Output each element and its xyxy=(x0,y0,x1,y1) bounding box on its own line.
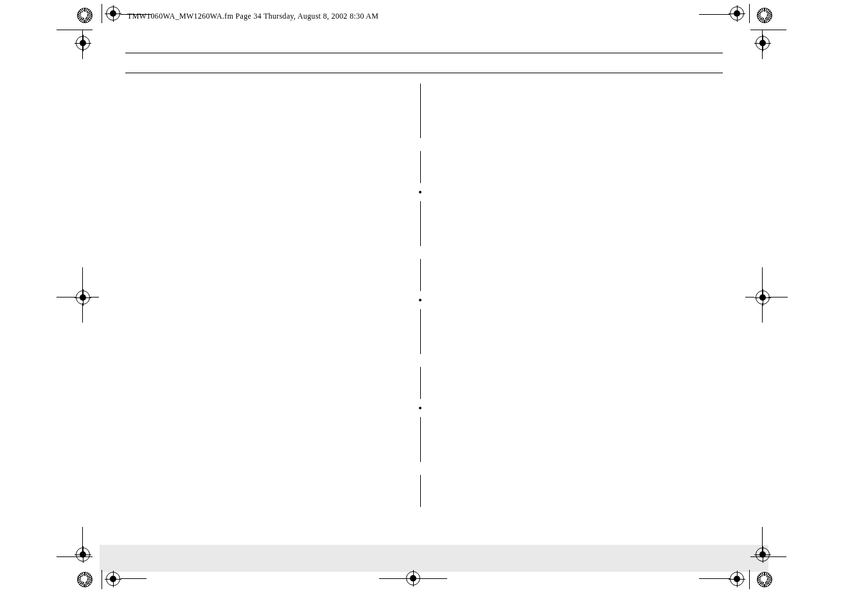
rosette-icon xyxy=(77,8,93,23)
footer-band xyxy=(100,545,768,572)
top-rule-2 xyxy=(125,73,723,73)
cropmark-stem xyxy=(379,578,405,579)
rosette-icon xyxy=(757,8,772,23)
crosshair-icon xyxy=(756,290,780,315)
vline-seg xyxy=(420,367,421,399)
cropmark-stem xyxy=(57,30,93,30)
bullet-dot xyxy=(419,407,421,409)
vline-seg xyxy=(420,417,421,462)
vline-seg xyxy=(420,84,421,138)
rosette-icon xyxy=(757,572,772,587)
cropmark-sep xyxy=(102,570,102,589)
vline-seg xyxy=(420,475,421,507)
cropmark-stem xyxy=(699,14,730,15)
cropmark-stem xyxy=(745,297,754,298)
cropmark-stem xyxy=(57,297,76,298)
vline-seg xyxy=(420,259,421,291)
cropmark-stem xyxy=(750,556,786,557)
cropmark-stem xyxy=(762,303,763,323)
cropmark-stem xyxy=(768,297,788,298)
vline-seg xyxy=(420,309,421,354)
cropmark-stem xyxy=(57,556,93,557)
center-vertical-pattern xyxy=(411,84,430,507)
crosshair-icon xyxy=(756,36,780,60)
top-rule-1 xyxy=(125,53,723,53)
vline-seg xyxy=(420,201,421,246)
cropmark-sep xyxy=(102,4,102,23)
cropmark-stem xyxy=(121,14,152,15)
cropmark-stem xyxy=(750,30,786,30)
cropmark-stem xyxy=(699,578,730,579)
header-time: 8:30 AM xyxy=(350,12,378,21)
crosshair-icon xyxy=(756,547,780,572)
rosette-icon xyxy=(77,572,93,587)
crosshair-icon xyxy=(406,571,430,596)
cropmark-stem xyxy=(82,303,83,323)
crosshair-icon xyxy=(106,572,130,596)
crosshair-icon xyxy=(106,6,130,31)
cropmark-stem xyxy=(121,578,146,579)
bullet-dot xyxy=(419,191,421,193)
header-filename: TMW1060WA_MW1260WA.fm xyxy=(127,12,233,21)
bullet-dot xyxy=(419,299,421,301)
header-date: August 8, 2002 xyxy=(297,12,348,21)
header-day: Thursday, xyxy=(263,12,296,21)
crosshair-icon xyxy=(730,572,754,596)
crosshair-icon xyxy=(730,6,754,31)
header-page: Page 34 xyxy=(236,12,261,21)
cropmark-sep xyxy=(749,4,750,23)
crosshair-icon xyxy=(76,36,100,60)
vline-seg xyxy=(420,151,421,183)
cropmark-stem xyxy=(90,297,99,298)
cropmark-stem xyxy=(421,578,447,579)
cropmark-sep xyxy=(749,570,750,589)
crosshair-icon xyxy=(76,547,100,572)
crosshair-icon xyxy=(76,290,100,315)
content-frame xyxy=(125,53,723,73)
header-filename-line: TMW1060WA_MW1260WA.fm Page 34 Thursday, … xyxy=(127,12,378,21)
